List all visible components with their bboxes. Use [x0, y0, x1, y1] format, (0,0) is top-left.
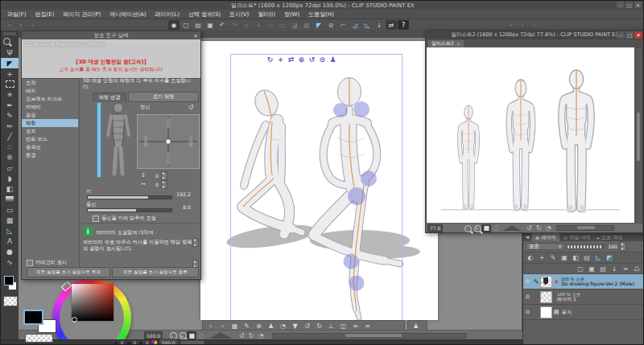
rotate-ccw-icon[interactable]: ↺ — [524, 224, 534, 232]
object-move-icon[interactable]: ⊕ — [296, 55, 307, 64]
close-button[interactable]: ✕ — [634, 2, 642, 8]
body-shape-pad[interactable] — [137, 114, 200, 169]
blend-mode-dropdown[interactable]: 표준 — [526, 243, 564, 250]
actual-size-icon[interactable]: ◌ — [196, 331, 206, 339]
ratio-value[interactable]: 8.0 — [173, 204, 191, 210]
fit-screen-icon[interactable]: ■ — [187, 331, 196, 339]
rotate-left-icon[interactable]: ↺ — [301, 322, 313, 331]
figure-tool[interactable]: ▭ — [1, 204, 19, 215]
collapse-left-icon[interactable]: « — [15, 20, 27, 30]
rotate-cw-icon[interactable]: ↻ — [246, 331, 256, 339]
zoom-out-icon[interactable]: - — [462, 224, 472, 232]
3d-manipulation-bar[interactable]: ↻+⇄⊕↺⊙♟ — [265, 55, 338, 64]
save-icon[interactable]: ▣ — [204, 20, 216, 30]
next-pose-icon[interactable]: › — [217, 322, 229, 331]
pencil-tool[interactable]: ✏ — [1, 121, 19, 131]
rotate-right-icon[interactable]: ↻ — [313, 322, 325, 331]
model-icon[interactable]: ♟ — [265, 322, 277, 331]
vertical-adjust-stepper[interactable] — [161, 171, 167, 180]
reset-body-icon[interactable]: ↺ — [185, 102, 196, 112]
eraser-tool[interactable]: ▱ — [1, 162, 19, 173]
foreground-color-chip[interactable] — [23, 310, 43, 325]
canvas-rotate-icons[interactable]: ↺↻◔ — [237, 331, 266, 339]
blend-tool[interactable]: ◗ — [1, 173, 19, 183]
reset-pose-icon[interactable]: ⊕ — [253, 322, 265, 331]
menu-view[interactable]: 표시(V) — [229, 10, 249, 18]
move-canvas-tool[interactable]: Ψ — [1, 47, 19, 58]
tab-layer[interactable]: ≋ 레이어 — [531, 232, 560, 241]
opacity-slider[interactable] — [567, 244, 604, 249]
snap-ruler-icon[interactable]: ⌐ — [337, 20, 349, 30]
transform-icon[interactable]: ▱ — [265, 20, 276, 30]
category-body-shape[interactable]: 체형 — [22, 119, 78, 127]
rotate-ccw-icon[interactable]: ↺ — [237, 331, 246, 339]
window-controls[interactable]: –□✕ — [617, 2, 642, 8]
category-manga-perspective[interactable]: 만화 퍼스 — [22, 135, 78, 143]
full-body-slider[interactable] — [97, 102, 101, 178]
fit-screen-icon[interactable]: ■ — [481, 224, 491, 232]
open-file-icon[interactable]: ▤ — [192, 20, 204, 30]
ratio-slider[interactable] — [87, 208, 172, 212]
pin-icon[interactable]: + — [536, 253, 547, 263]
illustration2-canvas[interactable] — [427, 47, 634, 223]
camera-angle-icon[interactable]: ◔ — [277, 322, 289, 331]
selection-border-icon[interactable]: ▩ — [301, 20, 312, 30]
illustration2-tab[interactable]: 일러스트2 × — [427, 39, 464, 47]
transparent-chip[interactable] — [25, 334, 53, 343]
deselect-icon[interactable]: ▫ — [241, 20, 252, 30]
object-settings-icon[interactable]: ♟ — [410, 322, 422, 331]
saturation-value-square[interactable] — [72, 284, 114, 321]
lock-transparent-icon[interactable]: ◧ — [570, 253, 581, 263]
tool-icons[interactable]: Ψ◤+✳✒✎✏╱∴※▱◗◧▭▦◺A●∿ — [1, 37, 19, 267]
illustration2-vscrollbar[interactable] — [635, 47, 642, 224]
draft-layer-icon[interactable]: ✎ — [547, 253, 559, 263]
category-environment[interactable]: 환경 — [22, 151, 78, 159]
panel-close-icon[interactable] — [192, 32, 199, 39]
maximize-button[interactable]: □ — [625, 31, 634, 39]
reselect-icon[interactable]: + — [253, 20, 264, 30]
correct-line-tool[interactable]: ∿ — [1, 257, 19, 267]
close-button[interactable]: ✕ — [634, 31, 642, 39]
transparent-color-swatch[interactable] — [3, 296, 18, 306]
zoom-tool[interactable] — [1, 37, 19, 47]
object-cursor-icon[interactable]: ◤ — [313, 20, 324, 30]
clip-studio-home-icon[interactable]: ◉ — [168, 20, 180, 30]
illustration2-title-bar[interactable]: 일러스트2 (1600 x 1200px 72dpi 77.6%) - CLIP… — [426, 31, 644, 39]
menu-layer[interactable]: 레이어(L) — [155, 10, 180, 18]
redo-icon[interactable]: ↷ — [229, 20, 240, 30]
sv-marker[interactable] — [72, 317, 77, 322]
scroll-right-next-icon[interactable]: › — [528, 20, 539, 30]
reset-rotation-icon[interactable]: ◔ — [543, 224, 553, 232]
character-scale-icon[interactable]: ◫ — [337, 322, 349, 331]
initial-body-button[interactable]: 초기 체형 — [128, 92, 199, 102]
illustration2-zoom-slider[interactable] — [503, 225, 521, 231]
collapse-right-icon[interactable]: « — [506, 20, 517, 30]
flip-view-icon[interactable]: ⇄ — [386, 20, 397, 30]
set-showcase-icon[interactable]: ▤ — [581, 253, 592, 263]
opacity-value[interactable]: 100 — [606, 244, 617, 249]
new-file-icon[interactable]: ▢ — [180, 20, 192, 30]
prev-pose-icon[interactable]: ‹ — [204, 322, 217, 331]
menu-animation[interactable]: 애니메이션(A) — [109, 10, 146, 18]
minimize-button[interactable]: – — [617, 2, 624, 8]
new-layer-icon[interactable]: ▢ — [575, 264, 586, 273]
layer-action-icons[interactable]: ▢▣▤↓≡♺ — [523, 264, 644, 274]
tab-close-icon[interactable]: × — [456, 41, 460, 47]
delete-layer-icon[interactable]: ♺ — [631, 264, 642, 273]
scroll-left-icon[interactable]: ‹ — [27, 20, 38, 30]
main-color-swatch[interactable] — [4, 276, 14, 285]
reset-rotation-icon[interactable]: ◔ — [256, 331, 266, 339]
height-value[interactable]: 192.2 — [173, 191, 191, 197]
pen-tool[interactable]: ✎ — [1, 110, 19, 121]
visibility-icon[interactable] — [523, 292, 532, 302]
size-readout[interactable]: 100.0 — [159, 339, 178, 345]
category-outline[interactable]: 윤곽선 — [22, 143, 78, 151]
move-layer-tool[interactable]: + — [1, 68, 19, 79]
model-pose-icon[interactable]: ♟ — [328, 55, 338, 64]
gradient-tool[interactable] — [1, 194, 19, 204]
horizontal-adjust-stepper[interactable] — [161, 180, 167, 189]
merge-layer-icon[interactable]: ≡ — [620, 264, 631, 273]
height-slider[interactable] — [87, 195, 172, 199]
canvas-page[interactable]: ↻+⇄⊕↺⊙♟ — [200, 41, 438, 320]
object-roll-icon[interactable]: ⊙ — [317, 55, 328, 64]
